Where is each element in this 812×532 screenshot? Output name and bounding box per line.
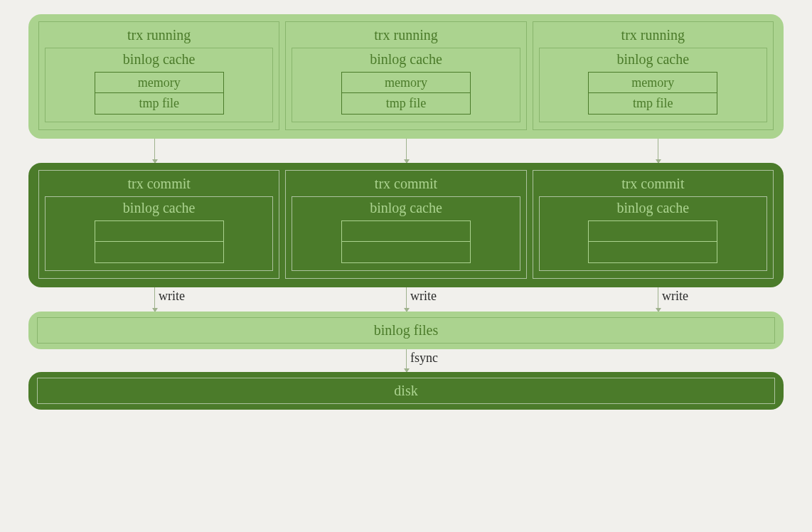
arrows-running-to-commit [28,139,784,163]
disk-label: disk [37,378,775,404]
stage-trx-commit: trx commit binlog cache trx commit binlo… [28,163,784,287]
empty-cell [588,242,717,263]
memory-cell: memory [95,72,224,93]
empty-cell [95,242,224,263]
binlog-cache-box: binlog cache [539,196,767,271]
stage2-row: trx commit binlog cache trx commit binlo… [38,170,774,279]
arrow-fsync: fsync [28,349,784,372]
arrow-label: fsync [410,351,438,366]
arrow-icon [532,139,784,163]
trx-commit-col: trx commit binlog cache [533,170,774,279]
cache-cells [341,220,471,263]
cache-cells: memory tmp file [341,72,471,115]
empty-cell [341,242,471,263]
arrow-icon [28,139,280,163]
binlog-cache-label: binlog cache [545,200,761,216]
trx-running-title: trx running [292,25,520,45]
binlog-cache-box: binlog cache memory tmp file [539,48,767,122]
cache-cells: memory tmp file [95,72,224,115]
binlog-cache-label: binlog cache [51,51,267,68]
empty-cell [588,220,717,242]
stage-disk: disk [28,372,784,410]
tmpfile-cell: tmp file [95,93,224,115]
binlog-files-label: binlog files [37,317,775,344]
trx-commit-col: trx commit binlog cache [285,170,526,279]
trx-commit-title: trx commit [45,174,273,193]
binlog-cache-label: binlog cache [545,51,761,68]
binlog-cache-box: binlog cache [292,196,520,271]
stage1-row: trx running binlog cache memory tmp file… [38,21,774,130]
cache-cells [95,220,224,263]
cache-cells [588,220,717,263]
empty-cell [341,220,471,242]
cache-cells: memory tmp file [588,72,717,115]
arrow-label: write [662,289,688,304]
trx-running-title: trx running [45,25,273,45]
binlog-cache-label: binlog cache [298,200,513,216]
tmpfile-cell: tmp file [588,93,717,115]
stage-binlog-files: binlog files [28,312,784,349]
tmpfile-cell: tmp file [341,93,471,115]
trx-running-col: trx running binlog cache memory tmp file [533,21,774,130]
arrow-icon [280,139,532,163]
arrow-icon: write [28,287,280,312]
stage-trx-running: trx running binlog cache memory tmp file… [28,14,784,139]
arrow-icon: write [280,287,532,312]
arrows-write: write write write [28,287,784,312]
arrow-label: write [410,289,437,304]
arrow-icon: write [532,287,784,312]
memory-cell: memory [341,72,471,93]
trx-running-col: trx running binlog cache memory tmp file [285,21,526,130]
trx-commit-title: trx commit [292,174,520,193]
arrow-label: write [159,289,185,304]
binlog-cache-box: binlog cache memory tmp file [292,48,520,122]
binlog-cache-box: binlog cache [45,196,273,271]
trx-running-col: trx running binlog cache memory tmp file [38,21,279,130]
binlog-cache-box: binlog cache memory tmp file [45,48,273,122]
memory-cell: memory [588,72,717,93]
trx-commit-col: trx commit binlog cache [38,170,279,279]
binlog-cache-label: binlog cache [51,200,267,216]
trx-running-title: trx running [539,25,767,45]
binlog-cache-label: binlog cache [298,51,513,68]
arrow-icon [406,349,407,372]
empty-cell [95,220,224,242]
trx-commit-title: trx commit [539,174,767,193]
